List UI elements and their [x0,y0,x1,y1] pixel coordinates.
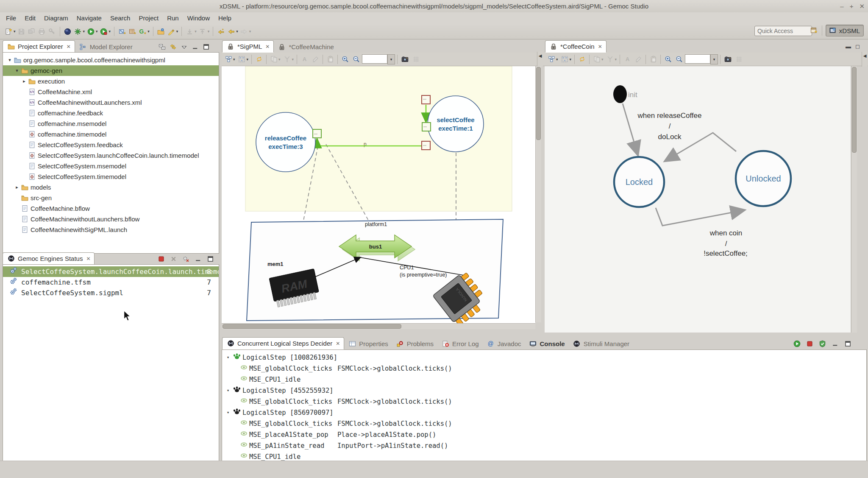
image-export-button[interactable] [400,54,410,64]
mse-event-row[interactable]: MSE_CPU1_idle [222,374,866,385]
actor-selectcoffee[interactable] [428,96,484,152]
menu-navigate[interactable]: Navigate [72,14,106,22]
tree-item-coffeemachinewithoutlaunchers-xml[interactable]: CoffeeMachinewithoutLaunchers.xml [3,97,219,108]
tree-item-coffeemachinewithoutlaunchers-bflow[interactable]: CoffeeMachinewithoutLaunchers.bflow [3,214,219,224]
chevron-down-icon[interactable]: ▾ [96,29,98,34]
tree-item-src-gen[interactable]: src-gen [3,193,219,203]
close-window-icon[interactable]: ✕ [859,3,865,10]
mse-event-row[interactable]: MSE_globalClock_ticksFSMClock->globalClo… [222,396,866,407]
logical-step-row[interactable]: ▾LogicalStep [455255932] [222,385,866,396]
tab-problems[interactable]: Problems [392,338,437,349]
chevron-down-icon[interactable]: ▾ [249,29,251,34]
twisty-icon[interactable]: ▾ [225,385,231,396]
mse-event-row[interactable]: MSE_placeA1State_popPlace->placeA1State.… [222,429,866,440]
engine-row[interactable]: SelectCoffeeSystem.launchCoffeeCoin.laun… [3,266,219,277]
maximize-icon[interactable] [206,254,214,263]
palette-collapse-icon[interactable]: ◀ [862,52,868,67]
twisty-icon[interactable]: ▾ [225,352,231,363]
tab-model-explorer[interactable]: Model Explorer [75,41,136,53]
tab-stimuli-manager[interactable]: Stimuli Manager [569,338,633,349]
run-icon[interactable] [793,339,801,348]
tab-coffeecoin[interactable]: *CoffeeCoin ✕ [545,40,606,53]
tab-concurrent-logical-steps-decider[interactable]: Concurrent Logical Steps Decider✕ [222,337,344,349]
image-export-button[interactable] [723,54,733,64]
new-wizard-button[interactable]: ▾ [3,26,17,37]
close-icon[interactable]: ✕ [86,256,90,262]
last-edit-button[interactable] [216,26,226,37]
debug-button[interactable]: ▾ [99,26,112,37]
chevron-down-icon[interactable]: ▾ [109,29,111,34]
external-tools-button[interactable]: ▾ [73,26,86,37]
minimize-icon[interactable] [194,254,202,263]
tree-item-gemoc-gen[interactable]: ▾gemoc-gen [3,65,219,76]
close-icon[interactable]: ✕ [598,44,602,50]
menu-window[interactable]: Window [183,14,214,22]
layout-button[interactable]: ▾ [546,54,559,64]
tree-item-coffemachine-feedback[interactable]: coffemachine.feedback [3,108,219,118]
new-table-button[interactable] [127,26,137,37]
coffeecoin-diagram-canvas[interactable]: init when releaseCoffee / doLock Locked … [545,66,851,333]
zoom-out-button[interactable] [351,54,361,64]
chevron-down-icon[interactable]: ▾ [195,29,197,34]
menu-help[interactable]: Help [214,14,236,22]
chevron-down-icon[interactable]: ▾ [236,29,238,34]
back-button[interactable]: ▾ [226,26,239,37]
chevron-down-icon[interactable]: ▾ [14,29,16,34]
link-editor-icon[interactable] [169,42,177,51]
logical-step-row[interactable]: ▾LogicalStep [1008261936] [222,352,866,363]
menu-project[interactable]: Project [134,14,163,22]
tab-coffeemachine[interactable]: *CoffeeMachine [274,41,337,53]
engine-row[interactable]: SelectCoffeeSystem.sigpml7 [3,288,219,298]
coffeecoin-vertical-scrollbar[interactable] [851,66,857,333]
open-perspective-icon[interactable] [810,26,818,35]
zoom-out-button[interactable] [674,54,684,64]
mse-event-row[interactable]: MSE_globalClock_ticksFSMClock->globalClo… [222,363,866,374]
refresh-button[interactable] [254,54,264,64]
tree-item-coffemachine-msemodel[interactable]: coffemachine.msemodel [3,118,219,129]
maximize-icon[interactable] [202,42,210,51]
tab-project-explorer[interactable]: Project Explorer ✕ [3,40,75,53]
new-diagram-button[interactable] [117,26,127,37]
minimize-icon[interactable] [831,339,839,348]
tree-item-coffeemachine-xml[interactable]: CoffeeMachine.xml [3,87,219,97]
tree-item-execution[interactable]: ▸execution [3,76,219,87]
minimize-window-icon[interactable]: – [840,3,843,10]
close-icon[interactable]: ✕ [265,44,270,50]
perspective-xdsml-button[interactable]: xDSML [826,25,864,36]
view-menu-icon[interactable] [180,42,188,51]
sphere-button[interactable] [63,26,73,37]
palette-collapse-icon[interactable]: ◀ [537,52,543,67]
close-icon[interactable]: ✕ [67,44,71,50]
new-interpreter-button[interactable]: G▾ [137,26,150,37]
mark-occurrences-button[interactable]: ▾ [166,26,179,37]
remove-icon[interactable] [169,254,178,263]
twisty-icon[interactable]: ▸ [21,76,28,87]
menu-run[interactable]: Run [163,14,183,22]
logical-step-row[interactable]: ▾LogicalStep [856970097] [222,407,866,418]
tree-item-models[interactable]: ▸models [3,182,219,193]
tree-item-coffemachine-timemodel[interactable]: coffemachine.timemodel [3,129,219,140]
tree-item-selectcoffeesystem-timemodel[interactable]: SelectCoffeeSystem.timemodel [3,171,219,182]
tree-item-coffeemachine-bflow[interactable]: CoffeeMachine.bflow [3,203,219,214]
menu-file[interactable]: File [2,14,20,22]
disconnect-icon[interactable] [181,254,190,263]
tab-console[interactable]: Console [525,338,569,349]
close-icon[interactable]: ✕ [336,341,340,347]
editor-minmax[interactable]: ▬◻ [846,43,860,50]
tree-item-coffeemachinewithsigpml-launch[interactable]: CoffeeMachinewithSigPML.launch [3,224,219,235]
filters-button[interactable]: ▾ [237,54,250,64]
tab-javadoc[interactable]: @Javadoc [483,338,525,349]
zoom-level-combo[interactable]: ▾ [362,54,395,64]
mse-event-row[interactable]: MSE_globalClock_ticksFSMClock->globalClo… [222,418,866,429]
maximize-icon[interactable] [843,339,852,348]
chevron-down-icon[interactable]: ▾ [208,29,210,34]
mse-event-row[interactable]: MSE_pA1inState_readInputPort->pA1inState… [222,440,866,451]
tab-sigpml[interactable]: *SigPML ✕ [222,40,274,53]
menu-search[interactable]: Search [106,14,135,22]
twisty-icon[interactable]: ▾ [6,55,13,65]
chevron-down-icon[interactable]: ▾ [176,29,178,34]
stop-icon[interactable] [157,254,165,263]
tab-gemoc-engines-status[interactable]: Gemoc Engines Status ✕ [3,252,95,265]
minimize-icon[interactable] [191,42,199,51]
zoom-in-button[interactable] [340,54,350,64]
